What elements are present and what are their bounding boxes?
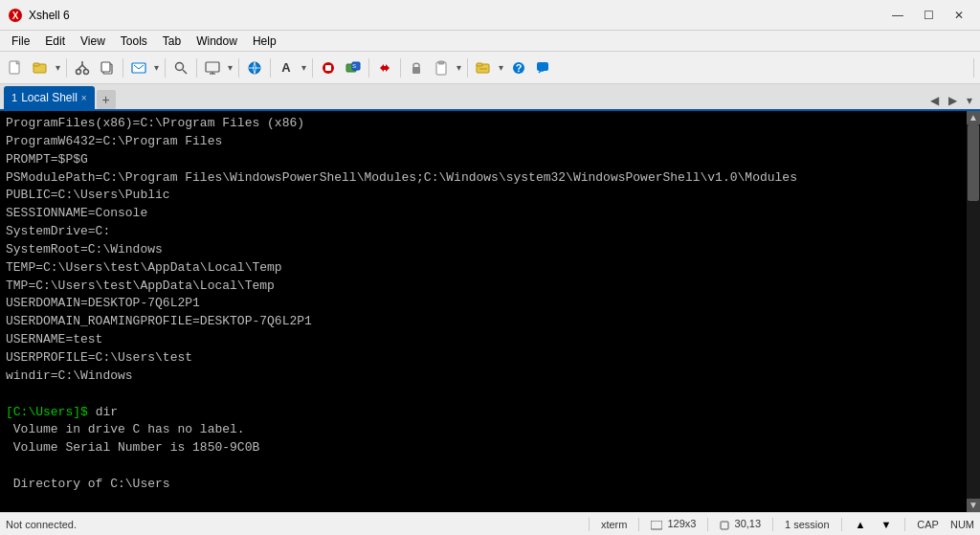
status-divider-6 [904, 518, 905, 531]
toolbar-new-button[interactable] [4, 56, 27, 79]
svg-rect-18 [412, 67, 420, 74]
svg-point-6 [84, 69, 89, 74]
scroll-up-status-button[interactable]: ▲ [854, 519, 868, 530]
position-value: 30,13 [735, 518, 762, 529]
scrollbar-track[interactable] [967, 124, 980, 499]
toolbar-compose-button[interactable] [127, 56, 150, 79]
svg-rect-9 [132, 63, 145, 73]
menu-file[interactable]: File [4, 33, 37, 50]
toolbar-cut-button[interactable] [71, 56, 94, 79]
separator-6 [270, 58, 271, 78]
window-controls: — ☐ ✕ [884, 6, 972, 25]
svg-rect-11 [206, 62, 219, 72]
menu-help[interactable]: Help [245, 33, 284, 50]
svg-rect-14 [325, 65, 331, 71]
svg-rect-26 [651, 521, 662, 529]
toolbar-open-button[interactable] [29, 56, 52, 79]
tab-navigation: ◀ ▶ ▾ [926, 92, 980, 109]
toolbar-font-button[interactable]: A [275, 56, 298, 79]
svg-point-5 [77, 69, 81, 74]
title-bar: X Xshell 6 — ☐ ✕ [0, 0, 980, 31]
tab-number: 1 [11, 92, 17, 103]
status-divider-2 [638, 518, 639, 531]
toolbar-copy-button[interactable] [96, 56, 119, 79]
svg-text:S: S [352, 63, 356, 69]
status-divider-5 [841, 518, 842, 531]
dimensions-value: 129x3 [667, 518, 696, 529]
connection-status: Not connected. [6, 519, 577, 530]
tab-local-shell[interactable]: 1 Local Shell × [4, 86, 95, 109]
num-lock-status: NUM [950, 519, 974, 530]
separator-5 [238, 58, 239, 78]
menu-window[interactable]: Window [189, 33, 245, 50]
scrollbar-thumb[interactable] [968, 124, 979, 201]
separator-10 [467, 58, 468, 78]
scrollbar-down-button[interactable]: ▼ [967, 499, 980, 512]
svg-rect-22 [477, 63, 482, 66]
menu-tools[interactable]: Tools [113, 33, 155, 50]
maximize-button[interactable]: ☐ [915, 6, 942, 25]
separator-3 [165, 58, 166, 78]
tab-close-button[interactable]: × [81, 93, 87, 103]
scrollbar-up-button[interactable]: ▲ [967, 111, 980, 124]
svg-rect-20 [438, 61, 444, 64]
tab-next-button[interactable]: ▶ [945, 92, 961, 109]
tab-bar: 1 Local Shell × + ◀ ▶ ▾ [0, 84, 980, 111]
toolbar-lock-button[interactable] [405, 56, 428, 79]
status-divider-1 [589, 518, 590, 531]
tab-label: Local Shell [21, 91, 78, 104]
menu-view[interactable]: View [73, 33, 113, 50]
separator-8 [368, 58, 369, 78]
terminal-wrapper: ProgramFiles(x86)=C:\Program Files (x86)… [0, 111, 980, 512]
close-button[interactable]: ✕ [946, 6, 972, 25]
minimize-button[interactable]: — [884, 6, 911, 25]
tab-menu-button[interactable]: ▾ [963, 92, 976, 109]
svg-text:X: X [12, 11, 19, 21]
terminal-output[interactable]: ProgramFiles(x86)=C:\Program Files (x86)… [0, 111, 967, 512]
separator-end [973, 58, 974, 78]
toolbar-globe-button[interactable] [243, 56, 266, 79]
menu-edit[interactable]: Edit [37, 33, 73, 50]
status-divider-3 [707, 518, 708, 531]
toolbar-stop-button[interactable] [317, 56, 340, 79]
status-divider-4 [772, 518, 773, 531]
toolbar-chat-button[interactable] [532, 56, 555, 79]
toolbar-paste-button[interactable] [430, 56, 453, 79]
scroll-down-status-button[interactable]: ▼ [879, 519, 893, 530]
toolbar-sftp-button[interactable]: S [342, 56, 365, 79]
app-title: Xshell 6 [29, 9, 884, 22]
font-dropdown-icon[interactable]: ▾ [300, 62, 308, 73]
toolbar-disconnect-button[interactable] [373, 56, 396, 79]
separator-9 [400, 58, 401, 78]
scrollbar[interactable]: ▲ ▼ [967, 111, 980, 512]
open-dropdown-icon[interactable]: ▾ [54, 62, 62, 73]
svg-rect-27 [721, 522, 728, 529]
caps-lock-status: CAP [917, 519, 939, 530]
separator-4 [196, 58, 197, 78]
toolbar-search-button[interactable] [169, 56, 192, 79]
app-icon: X [8, 8, 23, 23]
separator-7 [312, 58, 313, 78]
svg-rect-8 [101, 62, 110, 72]
svg-point-10 [176, 62, 184, 70]
cursor-position: 30,13 [720, 518, 761, 529]
separator-1 [66, 58, 67, 78]
folder-dropdown-icon[interactable]: ▾ [497, 62, 505, 73]
terminal-type: xterm [601, 519, 628, 530]
toolbar: ▾ ▾ ▾ [0, 52, 980, 84]
status-bar: Not connected. xterm 129x3 30,13 1 sessi… [0, 512, 980, 535]
toolbar-folder-button[interactable] [472, 56, 495, 79]
svg-text:?: ? [516, 62, 523, 74]
menu-bar: File Edit View Tools Tab Window Help [0, 31, 980, 52]
paste-dropdown-icon[interactable]: ▾ [455, 62, 463, 73]
tab-add-button[interactable]: + [97, 90, 116, 109]
separator-2 [122, 58, 123, 78]
menu-tab[interactable]: Tab [155, 33, 189, 50]
terminal-dimensions: 129x3 [651, 518, 696, 529]
toolbar-help-button[interactable]: ? [507, 56, 530, 79]
toolbar-monitor-button[interactable] [201, 56, 224, 79]
monitor-dropdown-icon[interactable]: ▾ [226, 62, 234, 73]
tab-prev-button[interactable]: ◀ [926, 92, 943, 109]
compose-dropdown-icon[interactable]: ▾ [152, 62, 161, 73]
svg-rect-4 [33, 63, 39, 66]
